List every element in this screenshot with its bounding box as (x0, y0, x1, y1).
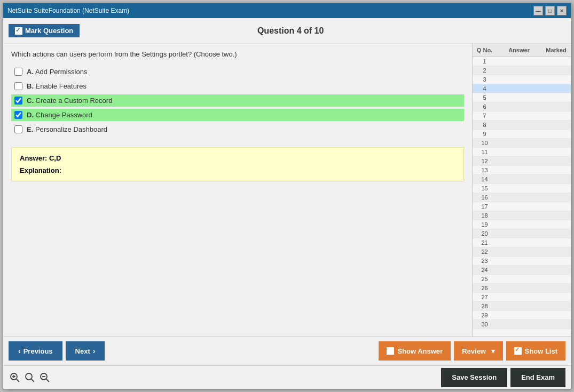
option-e-checkbox[interactable] (14, 125, 22, 133)
side-row[interactable]: 8 (473, 121, 571, 130)
side-cell-marked (541, 184, 571, 193)
svg-point-4 (26, 373, 32, 380)
side-cell-qno: 17 (473, 202, 497, 211)
side-panel: Q No. Answer Marked 1 2 3 4 5 6 (472, 44, 571, 336)
option-d-checkbox[interactable] (14, 111, 22, 119)
side-cell-qno: 14 (473, 175, 497, 183)
side-cell-qno: 23 (473, 257, 497, 265)
side-row[interactable]: 27 (473, 293, 571, 302)
option-d-label: D. Change Password (27, 111, 92, 119)
review-button[interactable]: Review ▾ (454, 341, 502, 361)
option-b[interactable]: B. Enable Features (11, 80, 464, 92)
close-button[interactable]: ✕ (557, 6, 567, 15)
side-row[interactable]: 10 (473, 139, 571, 148)
side-cell-answer (497, 293, 541, 301)
side-row[interactable]: 19 (473, 220, 571, 229)
mark-question-button[interactable]: Mark Question (9, 24, 80, 37)
zoom-in-button[interactable] (9, 371, 21, 384)
side-row[interactable]: 1 (473, 57, 571, 66)
option-a[interactable]: A. Add Permissions (11, 66, 464, 78)
col-marked: Marked (541, 46, 571, 54)
side-row[interactable]: 13 (473, 166, 571, 175)
side-cell-marked (541, 257, 571, 265)
side-cell-answer (497, 202, 541, 211)
side-cell-marked (541, 247, 571, 256)
side-row[interactable]: 16 (473, 193, 571, 202)
side-cell-qno: 16 (473, 193, 497, 202)
side-row[interactable]: 15 (473, 184, 571, 193)
side-cell-marked (541, 193, 571, 202)
next-button[interactable]: Next › (66, 341, 105, 361)
side-row[interactable]: 5 (473, 93, 571, 102)
side-row[interactable]: 23 (473, 257, 571, 266)
side-cell-answer (497, 111, 541, 120)
show-answer-checkbox-icon (387, 347, 394, 355)
option-a-checkbox[interactable] (14, 68, 22, 76)
review-label: Review (462, 347, 486, 355)
side-row[interactable]: 28 (473, 302, 571, 311)
show-answer-button[interactable]: Show Answer (379, 341, 451, 361)
end-exam-label: End Exam (521, 373, 555, 381)
side-row[interactable]: 29 (473, 311, 571, 320)
side-cell-qno: 6 (473, 102, 497, 111)
side-row[interactable]: 11 (473, 148, 571, 157)
side-row[interactable]: 9 (473, 130, 571, 139)
side-cell-marked (541, 121, 571, 129)
side-row[interactable]: 12 (473, 157, 571, 166)
side-cell-answer (497, 257, 541, 265)
side-panel-header: Q No. Answer Marked (473, 44, 571, 57)
main-content: Which actions can users perform from the… (3, 44, 571, 336)
side-cell-marked (541, 57, 571, 66)
zoom-out-icon (40, 372, 50, 383)
side-cell-qno: 9 (473, 130, 497, 138)
side-cell-answer (497, 211, 541, 220)
side-row[interactable]: 4 (473, 84, 571, 93)
maximize-button[interactable]: □ (545, 6, 555, 15)
side-cell-qno: 29 (473, 311, 497, 319)
side-row[interactable]: 21 (473, 238, 571, 247)
side-cell-qno: 25 (473, 275, 497, 283)
side-cell-answer (497, 130, 541, 138)
side-row[interactable]: 18 (473, 211, 571, 220)
side-cell-answer (497, 229, 541, 238)
save-session-button[interactable]: Save Session (441, 368, 507, 387)
side-row[interactable]: 22 (473, 247, 571, 257)
option-d[interactable]: D. Change Password (11, 109, 464, 121)
side-row[interactable]: 7 (473, 111, 571, 121)
side-cell-answer (497, 220, 541, 229)
side-row[interactable]: 17 (473, 202, 571, 211)
option-b-checkbox[interactable] (14, 82, 22, 90)
side-cell-answer (497, 184, 541, 193)
title-bar: NetSuite SuiteFoundation (NetSuite Exam)… (3, 3, 571, 18)
minimize-button[interactable]: — (533, 6, 543, 15)
side-row[interactable]: 24 (473, 266, 571, 275)
side-cell-answer (497, 275, 541, 283)
question-area: Which actions can users perform from the… (3, 44, 472, 336)
side-row[interactable]: 3 (473, 75, 571, 84)
end-exam-button[interactable]: End Exam (510, 368, 565, 387)
side-cell-marked (541, 320, 571, 329)
side-row[interactable]: 30 (473, 320, 571, 329)
side-cell-marked (541, 102, 571, 111)
side-row[interactable]: 26 (473, 284, 571, 293)
zoom-out-button[interactable] (38, 371, 51, 384)
side-row[interactable]: 25 (473, 275, 571, 284)
side-cell-qno: 5 (473, 93, 497, 102)
side-row[interactable]: 2 (473, 66, 571, 75)
side-cell-marked (541, 175, 571, 183)
option-b-label: B. Enable Features (27, 82, 87, 90)
zoom-reset-button[interactable] (23, 371, 36, 384)
option-c-checkbox[interactable] (14, 97, 22, 105)
side-row[interactable]: 14 (473, 175, 571, 184)
side-row[interactable]: 20 (473, 229, 571, 238)
side-cell-answer (497, 247, 541, 256)
option-c[interactable]: C. Create a Custom Record (11, 94, 464, 107)
show-list-button[interactable]: Show List (506, 341, 565, 361)
prev-arrow-icon: ‹ (18, 347, 21, 355)
svg-line-5 (32, 379, 34, 382)
side-row[interactable]: 6 (473, 102, 571, 111)
option-e[interactable]: E. Personalize Dashboard (11, 123, 464, 135)
side-cell-marked (541, 111, 571, 120)
save-session-label: Save Session (452, 373, 497, 381)
previous-button[interactable]: ‹ Previous (9, 341, 62, 361)
